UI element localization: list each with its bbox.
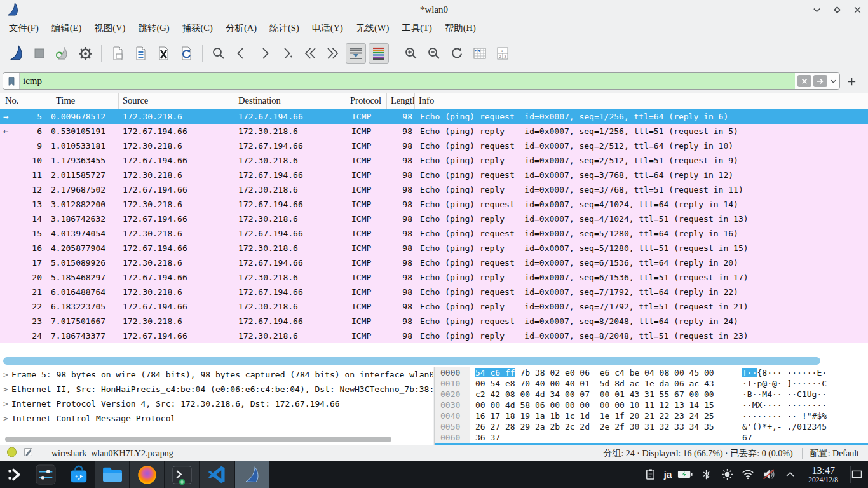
previous-packet-button[interactable] [231,43,252,64]
packet-list-hscrollbar-thumb[interactable] [3,357,820,365]
menu-item-6[interactable]: 统计(S) [263,20,306,36]
hex-row-0010[interactable]: 001000 54 e8 70 40 00 40 01 5d 8d ac 1e … [435,378,868,389]
find-packet-button[interactable] [208,43,229,64]
hex-bytes[interactable]: 54 c6 ff 7b 38 02 e0 06 e6 c4 be 04 08 0… [470,367,714,378]
expander-chevron-icon[interactable]: > [0,396,11,411]
hex-bytes[interactable]: c2 42 08 00 4d 34 00 07 00 01 43 31 55 6… [470,389,714,400]
clipboard-icon[interactable] [643,467,658,482]
menu-item-5[interactable]: 分析(A) [219,20,263,36]
open-file-button[interactable] [107,43,128,64]
column-header-info[interactable]: Info [415,93,868,109]
last-packet-button[interactable] [323,43,343,64]
hex-ascii[interactable]: 67 [742,432,752,443]
close-button[interactable] [850,3,864,17]
hex-bytes[interactable]: 16 17 18 19 1a 1b 1c 1d 1e 1f 20 21 22 2… [470,410,714,421]
packet-row-20[interactable]: 205.185468297172.67.194.66172.30.218.6IC… [0,270,868,285]
filter-bookmark-icon[interactable] [3,73,20,89]
expander-chevron-icon[interactable]: > [0,367,11,382]
column-header-protocol[interactable]: Protocol [346,93,387,109]
minimize-button[interactable] [810,3,824,17]
hex-ascii[interactable]: T··{8··· ······E· [742,367,827,378]
column-header-length[interactable]: Lengtl [387,93,415,109]
filter-text[interactable]: icmp [20,73,795,89]
column-header-time[interactable]: Time [48,93,119,109]
system-settings-icon[interactable] [29,461,62,488]
stop-capture-button[interactable] [29,43,50,64]
hex-bytes[interactable]: 00 54 e8 70 40 00 40 01 5d 8d ac 1e da 0… [470,378,714,389]
task-vscode[interactable] [200,461,234,488]
bluetooth-icon[interactable] [698,467,714,482]
packet-row-15[interactable]: 154.013974054172.30.218.6172.67.194.66IC… [0,226,868,241]
auto-scroll-toggle[interactable] [346,43,366,64]
task-wireshark[interactable] [235,461,269,488]
details-hscrollbar-thumb[interactable] [5,437,391,442]
filter-add-button[interactable] [844,74,859,89]
brightness-icon[interactable] [719,467,735,482]
menu-item-7[interactable]: 电话(Y) [306,20,349,36]
input-method-indicator[interactable]: ja [664,469,672,480]
detail-line-0[interactable]: >Frame 5: 98 bytes on wire (784 bits), 9… [0,367,433,382]
clock[interactable]: 13:47 2024/12/8 [803,466,843,484]
expander-chevron-icon[interactable]: > [0,411,11,426]
hex-row-0030[interactable]: 003000 00 4d 58 06 00 00 00 00 00 10 11 … [435,400,868,410]
wifi-icon[interactable] [740,467,756,482]
hex-bytes[interactable]: 00 00 4d 58 06 00 00 00 00 00 10 11 12 1… [470,400,714,410]
selected-bytes[interactable]: 54 c6 ff [475,368,515,377]
menu-item-1[interactable]: 编辑(E) [45,20,88,36]
packet-row-23[interactable]: 237.017501667172.30.218.6172.67.194.66IC… [0,314,868,329]
packet-row-14[interactable]: 143.186742632172.67.194.66172.30.218.6IC… [0,212,868,226]
discover-icon[interactable] [62,461,95,488]
show-desktop-button[interactable] [850,466,863,483]
selected-ascii[interactable]: T·· [742,368,757,377]
zoom-in-button[interactable] [401,43,421,64]
hex-row-0000[interactable]: 000054 c6 ff 7b 38 02 e0 06 e6 c4 be 04 … [435,367,868,378]
packet-row-24[interactable]: 247.186743377172.67.194.66172.30.218.6IC… [0,329,868,343]
packet-row-16[interactable]: 164.205877904172.67.194.66172.30.218.6IC… [0,241,868,255]
hex-ascii[interactable]: &'()*+,- ./012345 [742,421,827,432]
capture-options-button[interactable] [75,43,95,64]
detail-line-3[interactable]: >Internet Control Message Protocol [0,411,433,426]
menu-item-8[interactable]: 无线(W) [349,20,395,36]
packet-row-10[interactable]: 101.179363455172.67.194.66172.30.218.6IC… [0,153,868,168]
menu-item-0[interactable]: 文件(F) [3,20,45,36]
packet-row-12[interactable]: 122.179687502172.67.194.66172.30.218.6IC… [0,182,868,197]
display-filter-input[interactable]: icmp [3,72,840,90]
hex-bytes[interactable]: 26 27 28 29 2a 2b 2c 2d 2e 2f 30 31 32 3… [470,421,714,432]
layout-chooser-button[interactable]: 123 [492,43,513,64]
hex-ascii[interactable]: ·T·p@·@· ]······C [742,378,827,389]
hex-bytes[interactable]: 36 37 [470,432,500,443]
menu-item-9[interactable]: 工具(T) [395,20,438,36]
next-packet-button[interactable] [254,43,275,64]
resize-columns-button[interactable] [470,43,490,64]
detail-line-1[interactable]: >Ethernet II, Src: HonHaiPrecis_c4:be:04… [0,382,433,396]
reload-file-button[interactable] [176,43,196,64]
column-header-no[interactable]: No. [0,93,48,109]
packet-row-9[interactable]: 91.010533181172.30.218.6172.67.194.66ICM… [0,139,868,153]
app-launcher-button[interactable] [0,461,29,488]
packet-row-17[interactable]: 175.015089926172.30.218.6172.67.194.66IC… [0,255,868,270]
packet-row-22[interactable]: 226.183223705172.67.194.66172.30.218.6IC… [0,299,868,314]
hex-row-0050[interactable]: 005026 27 28 29 2a 2b 2c 2d 2e 2f 30 31 … [435,421,868,432]
packet-row-5[interactable]: 5→0.009678512172.30.218.6172.67.194.66IC… [0,109,868,124]
capture-comment-icon[interactable] [24,447,34,460]
hex-row-0020[interactable]: 0020c2 42 08 00 4d 34 00 07 00 01 43 31 … [435,389,868,400]
goto-packet-button[interactable] [277,43,297,64]
packet-row-11[interactable]: 112.011585727172.30.218.6172.67.194.66IC… [0,168,868,182]
packet-row-13[interactable]: 133.012882200172.30.218.6172.67.194.66IC… [0,197,868,212]
menu-item-3[interactable]: 跳转(G) [132,20,175,36]
task-konsole[interactable] [165,461,199,488]
packet-row-6[interactable]: 6←0.530105191172.67.194.66172.30.218.6IC… [0,124,868,139]
restart-capture-button[interactable] [52,43,72,64]
hex-ascii[interactable]: ········ ·· !"#$% [742,410,827,421]
save-file-button[interactable] [130,43,151,64]
menu-item-2[interactable]: 视图(V) [88,20,132,36]
menu-item-10[interactable]: 帮助(H) [438,20,482,36]
capture-filename[interactable]: wireshark_wlan0KH7LY2.pcapng [51,449,173,459]
close-file-button[interactable] [153,43,173,64]
zoom-reset-button[interactable] [447,43,467,64]
profile-selector[interactable]: 配置: Default [803,448,868,459]
hex-ascii[interactable]: ··MX···· ········ [742,400,827,410]
task-file-manager[interactable] [95,461,129,488]
hex-ascii[interactable]: ·B··M4·· ··C1Ug·· [742,389,827,400]
colorize-toggle[interactable] [369,43,389,64]
